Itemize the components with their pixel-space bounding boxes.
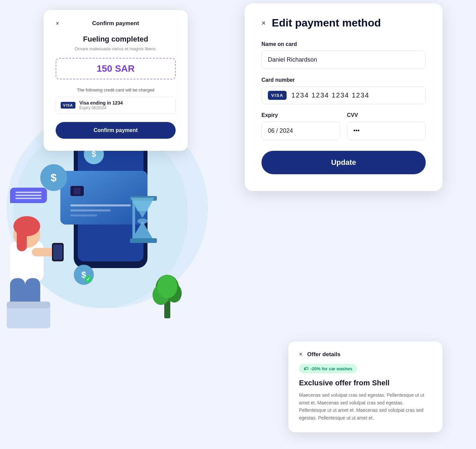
offer-description: Maecenas sed volutpat cras sed egestas. … [299,391,432,422]
svg-rect-11 [70,214,97,216]
card-header: × Confirm payment [56,20,176,27]
name-on-card-input[interactable] [261,51,426,69]
visa-card-row: VISA Visa ending in 1234 Expiry 06/2024 [56,97,176,114]
card-number-value: 1234 1234 1234 1234 [291,91,369,99]
cvv-input[interactable] [347,122,426,140]
offer-close-button[interactable]: × [299,351,303,358]
chat-line-3 [15,198,42,199]
credit-card-label: The following credit card will be charge… [56,87,176,92]
confirm-payment-button[interactable]: Confirm payment [56,122,176,139]
svg-rect-24 [7,302,50,308]
svg-point-37 [137,218,147,224]
visa-badge-large: VISA [268,91,287,100]
offer-details-card: × Offer details 🏷 -20% for car washes Ex… [288,341,442,432]
svg-rect-35 [130,238,157,243]
svg-rect-10 [70,209,111,211]
dollar-coin-check: $ ✓ [74,265,94,285]
offer-header: × Offer details [299,351,432,358]
visa-name: Visa ending in 1234 [79,100,123,106]
fueling-title: Fueling completed [56,35,176,44]
visa-expiry: Expiry 06/2024 [79,106,123,110]
edit-header: × Edit payment method [261,17,426,29]
name-on-card-label: Name on card [261,41,426,47]
dollar-coin-large: $ [40,164,67,191]
offer-main-title: Exclusive offer from Shell [299,379,432,387]
svg-rect-15 [17,224,27,251]
chat-bubble [10,188,47,203]
card-number-input-wrapper: VISA 1234 1234 1234 1234 [261,86,426,104]
cvv-label: CVV [347,112,426,118]
fueling-subtitle: Ornare malesuada varius et magnis libero… [56,46,176,51]
confirm-payment-card: × Confirm payment Fueling completed Orna… [44,10,188,151]
confirm-close-button[interactable]: × [56,20,59,26]
offer-details-title: Offer details [307,351,341,358]
svg-rect-22 [53,245,62,260]
offer-badge-icon: 🏷 [304,366,308,371]
svg-rect-8 [74,188,80,194]
update-button[interactable]: Update [261,151,426,174]
card-number-label: Card number [261,77,426,83]
expiry-cvv-row: Expiry CVV [261,112,426,140]
amount-value: 150 SAR [97,63,135,74]
svg-point-30 [157,275,177,298]
visa-badge-small: VISA [61,102,75,109]
offer-badge: 🏷 -20% for car washes [299,364,357,373]
cvv-col: CVV [347,112,426,140]
chat-line-1 [15,192,42,193]
confirm-payment-title: Confirm payment [92,20,139,27]
edit-close-button[interactable]: × [261,19,266,27]
expiry-col: Expiry [261,112,340,140]
expiry-label: Expiry [261,112,340,118]
visa-info: Visa ending in 1234 Expiry 06/2024 [79,100,123,110]
expiry-input[interactable] [261,122,340,140]
amount-box: 150 SAR [56,58,176,79]
svg-rect-9 [70,204,131,206]
chat-line-2 [15,195,42,196]
edit-payment-title: Edit payment method [272,17,381,29]
offer-badge-text: -20% for car washes [310,366,352,371]
edit-payment-card: × Edit payment method Name on card Card … [245,3,442,191]
